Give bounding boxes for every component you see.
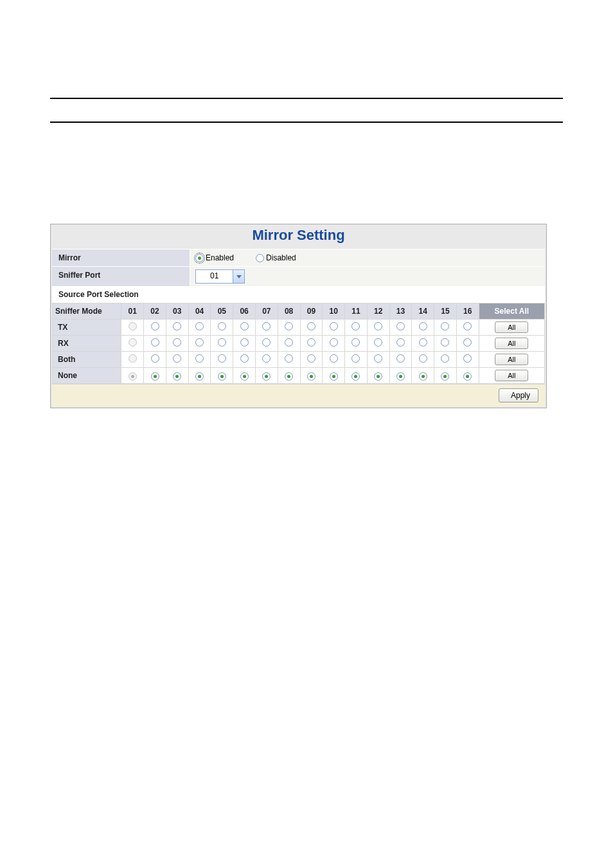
port-cell[interactable]: [278, 368, 300, 384]
port-cell[interactable]: [434, 368, 457, 384]
port-cell[interactable]: [345, 320, 368, 336]
port-cell[interactable]: [166, 368, 188, 384]
port-cell[interactable]: [389, 336, 412, 352]
port-cell[interactable]: [300, 320, 323, 336]
port-cell[interactable]: [300, 336, 323, 352]
radio-icon: [129, 354, 137, 363]
port-cell[interactable]: [278, 336, 300, 352]
radio-icon: [463, 372, 472, 381]
col-port: 01: [121, 303, 144, 320]
mode-row-both: BothAll: [53, 352, 545, 368]
port-cell[interactable]: [345, 368, 368, 384]
port-cell[interactable]: [233, 320, 256, 336]
port-cell[interactable]: [144, 336, 166, 352]
port-cell[interactable]: [434, 352, 457, 368]
sniffer-port-select[interactable]: 01: [195, 269, 245, 284]
radio-icon: [285, 322, 293, 330]
mirror-setting-panel: Mirror Setting Mirror Enabled Disabled: [50, 224, 547, 408]
port-cell[interactable]: [323, 352, 345, 368]
radio-icon: [285, 354, 293, 363]
port-cell[interactable]: [434, 336, 457, 352]
select-all-button[interactable]: All: [495, 338, 528, 349]
radio-icon: [419, 322, 427, 330]
port-cell[interactable]: [255, 368, 278, 384]
port-cell[interactable]: [233, 368, 256, 384]
select-all-button[interactable]: All: [495, 321, 528, 333]
radio-icon: [173, 338, 181, 347]
port-cell[interactable]: [188, 368, 211, 384]
mirror-controls: Enabled Disabled: [190, 249, 545, 266]
radio-icon: [218, 322, 226, 330]
port-cell[interactable]: [456, 352, 479, 368]
radio-icon: [129, 322, 137, 330]
port-cell[interactable]: [456, 320, 479, 336]
radio-icon: [396, 354, 405, 363]
port-cell[interactable]: [323, 320, 345, 336]
radio-icon: [441, 338, 449, 347]
port-cell[interactable]: [233, 352, 256, 368]
port-cell[interactable]: [323, 368, 345, 384]
mode-row-rx: RXAll: [53, 336, 545, 352]
port-cell[interactable]: [323, 336, 345, 352]
port-cell[interactable]: [144, 352, 166, 368]
radio-icon: [129, 338, 137, 347]
port-cell[interactable]: [367, 368, 389, 384]
port-cell[interactable]: [121, 336, 144, 352]
port-cell[interactable]: [367, 352, 389, 368]
col-port: 06: [233, 303, 256, 320]
rule-top: [50, 98, 563, 99]
port-cell[interactable]: [166, 352, 188, 368]
port-cell[interactable]: [412, 320, 434, 336]
radio-icon: [240, 354, 249, 363]
mode-label: None: [53, 368, 121, 384]
port-cell[interactable]: [456, 368, 479, 384]
port-cell[interactable]: [345, 336, 368, 352]
radio-icon: [218, 372, 226, 381]
port-cell[interactable]: [233, 336, 256, 352]
port-cell[interactable]: [389, 320, 412, 336]
port-cell[interactable]: [389, 368, 412, 384]
port-cell[interactable]: [255, 320, 278, 336]
port-cell[interactable]: [211, 320, 233, 336]
port-cell[interactable]: [345, 352, 368, 368]
port-cell[interactable]: [412, 368, 434, 384]
port-cell[interactable]: [300, 368, 323, 384]
port-cell[interactable]: [144, 320, 166, 336]
port-cell[interactable]: [188, 352, 211, 368]
port-cell[interactable]: [211, 336, 233, 352]
mirror-enabled-option[interactable]: Enabled: [195, 253, 234, 262]
apply-button[interactable]: Apply: [499, 388, 538, 402]
port-cell[interactable]: [121, 368, 144, 384]
port-cell[interactable]: [278, 352, 300, 368]
port-cell[interactable]: [144, 368, 166, 384]
panel-title: Mirror Setting: [252, 227, 344, 243]
select-all-button[interactable]: All: [495, 354, 528, 365]
radio-icon: [441, 372, 449, 381]
port-cell[interactable]: [166, 320, 188, 336]
port-cell[interactable]: [188, 320, 211, 336]
port-cell[interactable]: [211, 368, 233, 384]
port-cell[interactable]: [300, 352, 323, 368]
port-cell[interactable]: [211, 352, 233, 368]
port-cell[interactable]: [166, 336, 188, 352]
radio-icon: [240, 322, 249, 330]
port-cell[interactable]: [278, 320, 300, 336]
port-cell[interactable]: [412, 352, 434, 368]
port-cell[interactable]: [434, 320, 457, 336]
radio-icon: [351, 372, 360, 381]
port-cell[interactable]: [389, 352, 412, 368]
port-cell[interactable]: [121, 320, 144, 336]
port-cell[interactable]: [367, 320, 389, 336]
footer-bar: Apply: [52, 384, 545, 406]
port-cell[interactable]: [121, 352, 144, 368]
mirror-disabled-option[interactable]: Disabled: [256, 253, 296, 262]
port-cell[interactable]: [255, 336, 278, 352]
port-cell[interactable]: [456, 336, 479, 352]
port-cell[interactable]: [188, 336, 211, 352]
radio-icon: [195, 338, 204, 347]
port-cell[interactable]: [367, 336, 389, 352]
port-cell[interactable]: [412, 336, 434, 352]
port-cell[interactable]: [255, 352, 278, 368]
radio-icon: [396, 338, 405, 347]
select-all-button[interactable]: All: [495, 370, 528, 381]
